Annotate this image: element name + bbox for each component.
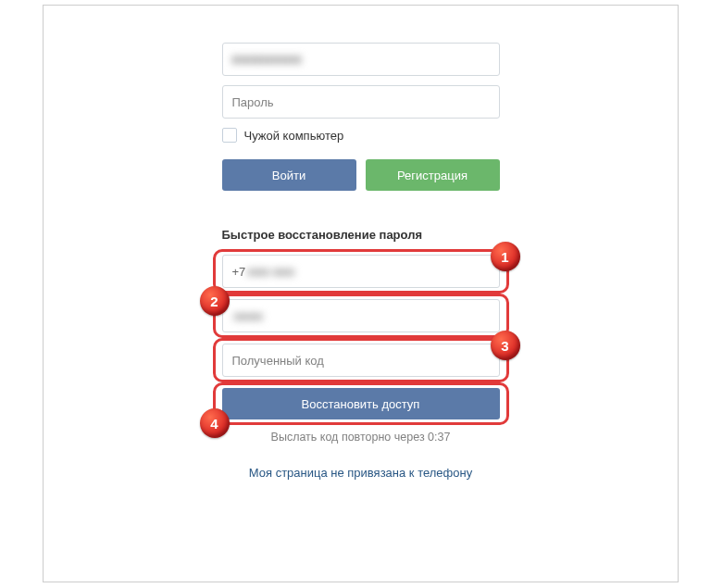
foreign-computer-checkbox[interactable] xyxy=(222,128,237,143)
foreign-computer-label: Чужой компьютер xyxy=(244,129,344,143)
recovery-title: Быстрое восстановление пароля xyxy=(222,228,500,242)
code-input[interactable] xyxy=(222,344,500,377)
username-blurred-value: ■■■■■■■■ xyxy=(232,52,303,67)
name-blurred-value: ■■■■ xyxy=(234,309,263,323)
recovery-button-group: Восстановить доступ 4 xyxy=(222,388,500,419)
recovery-name-group: ■■■■ 2 xyxy=(222,299,500,332)
foreign-computer-row: Чужой компьютер xyxy=(222,128,500,143)
phone-blurred-value: ■■■ ■■■ xyxy=(247,265,294,279)
recovery-phone-group: +7 ■■■ ■■■ 1 xyxy=(222,255,500,288)
login-button[interactable]: Войти xyxy=(222,159,356,191)
username-input[interactable]: ■■■■■■■■ xyxy=(222,43,500,76)
resend-hint: Выслать код повторно через 0:37 xyxy=(222,431,500,444)
phone-input[interactable]: +7 ■■■ ■■■ xyxy=(222,255,500,288)
button-row: Войти Регистрация xyxy=(222,159,500,191)
restore-button[interactable]: Восстановить доступ xyxy=(222,388,500,419)
name-input[interactable]: ■■■■ xyxy=(222,299,500,332)
form-wrapper: ■■■■■■■■ Чужой компьютер Войти Регистрац… xyxy=(222,6,500,480)
password-input[interactable] xyxy=(222,85,500,119)
recovery-code-group: 3 xyxy=(222,344,500,377)
register-button[interactable]: Регистрация xyxy=(366,159,500,191)
not-linked-link[interactable]: Моя страница не привязана к телефону xyxy=(222,466,500,480)
phone-prefix: +7 xyxy=(232,265,246,279)
login-panel: ■■■■■■■■ Чужой компьютер Войти Регистрац… xyxy=(43,5,679,582)
